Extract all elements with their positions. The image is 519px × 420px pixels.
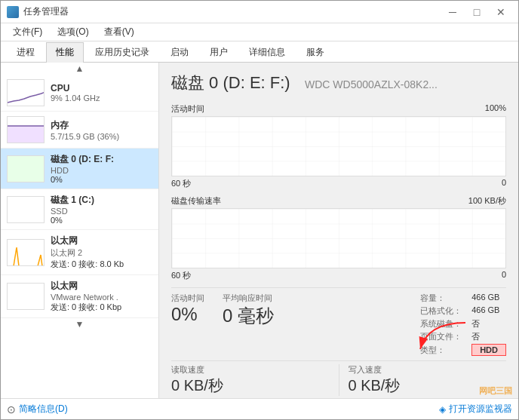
net2-percent: 发送: 0 接收: 0 Kbp: [51, 302, 152, 313]
sidebar-item-net1[interactable]: 以太网 以太网 2 发送: 0 接收: 8.0 Kb: [1, 230, 158, 275]
svg-rect-5: [172, 117, 505, 176]
chart2-container: [171, 208, 506, 268]
sidebar-item-memory[interactable]: 内存 5.7/15.9 GB (36%): [1, 112, 158, 149]
read-speed-value: 0 KB/秒: [171, 376, 330, 396]
capacity-label: 容量：: [420, 293, 465, 304]
response-time-stat: 平均响应时间 0 毫秒: [223, 293, 274, 356]
system-disk-value: 否: [471, 318, 480, 330]
net1-percent: 发送: 0 接收: 8.0 Kb: [51, 259, 152, 270]
formatted-value: 466 GB: [471, 305, 499, 317]
chart1-max: 100%: [485, 103, 506, 115]
cpu-graph: [7, 79, 45, 106]
disk0-sub: HDD: [51, 166, 152, 175]
disk1-info: 磁盘 1 (C:) SSD 0%: [51, 194, 152, 225]
sidebar-item-cpu[interactable]: CPU 9% 1.04 GHz: [1, 75, 158, 112]
read-speed-stat: 读取速度 0 KB/秒: [171, 364, 339, 396]
tab-startup[interactable]: 启动: [161, 42, 198, 62]
tab-services[interactable]: 服务: [296, 42, 334, 62]
sidebar-item-net2[interactable]: 以太网 VMware Network . 发送: 0 接收: 0 Kbp: [1, 275, 158, 318]
maximize-button[interactable]: □: [465, 4, 488, 20]
scroll-up-button[interactable]: ▲: [1, 63, 158, 75]
summary-info-button[interactable]: 简略信息(D): [19, 403, 68, 415]
tab-process[interactable]: 进程: [7, 42, 45, 62]
footer: ⊙ 简略信息(D) ◈ 打开资源监视器: [1, 398, 518, 419]
cpu-label: CPU: [51, 83, 152, 94]
response-time-label: 平均响应时间: [223, 293, 274, 304]
scroll-down-button[interactable]: ▼: [1, 318, 158, 330]
system-disk-label: 系统磁盘：: [420, 318, 465, 330]
disk0-info: 磁盘 0 (D: E: F: HDD 0%: [51, 153, 152, 184]
net2-label: 以太网: [51, 280, 152, 293]
chart1-time: 60 秒: [171, 178, 191, 189]
memory-label: 内存: [51, 119, 152, 132]
window-title: 任务管理器: [23, 5, 69, 18]
cpu-info: CPU 9% 1.04 GHz: [51, 83, 152, 103]
circle-icon: ⊙: [7, 403, 16, 415]
response-time-value: 0 毫秒: [223, 304, 274, 328]
footer-left: ⊙ 简略信息(D): [7, 403, 68, 415]
title-bar: 任务管理器 ─ □ ✕: [1, 1, 518, 23]
monitor-icon: ◈: [439, 404, 446, 415]
detail-header: 磁盘 0 (D: E: F:) WDC WD5000AZLX-08K2...: [171, 72, 506, 94]
detail-panel: 磁盘 0 (D: E: F:) WDC WD5000AZLX-08K2... 活…: [159, 63, 518, 398]
disk1-graph: [7, 196, 45, 223]
sidebar-item-disk1[interactable]: 磁盘 1 (C:) SSD 0%: [1, 189, 158, 230]
disk1-label: 磁盘 1 (C:): [51, 194, 152, 207]
app-icon: [7, 6, 19, 18]
type-label: 类型：: [420, 345, 465, 356]
chart-activity-section: 活动时间 100% 60 秒: [171, 103, 506, 189]
svg-rect-2: [8, 197, 45, 223]
chart1-label: 活动时间: [171, 103, 204, 115]
menu-file[interactable]: 文件(F): [7, 24, 48, 40]
chart2-max: 100 KB/秒: [468, 195, 506, 207]
disk0-label: 磁盘 0 (D: E: F:: [51, 153, 152, 166]
chart2-label: 磁盘传输速率: [171, 195, 221, 207]
net2-graph: [7, 283, 45, 310]
net1-label: 以太网: [51, 235, 152, 247]
bottom-stats: 活动时间 0% 平均响应时间 0 毫秒 容量： 466 GB 已格式: [171, 287, 506, 356]
stat-left: 活动时间 0% 平均响应时间 0 毫秒: [171, 293, 408, 356]
cpu-sub: 9% 1.04 GHz: [51, 94, 152, 103]
sidebar-item-disk0[interactable]: 磁盘 0 (D: E: F: HDD 0%: [1, 149, 158, 189]
type-value: HDD: [471, 344, 506, 356]
tab-app-history[interactable]: 应用历史记录: [85, 42, 159, 62]
chart-transfer-section: 磁盘传输速率 100 KB/秒 60 秒: [171, 195, 506, 281]
write-speed-value: 0 KB/秒: [349, 376, 507, 396]
svg-marker-0: [8, 126, 45, 143]
chart2-time: 60 秒: [171, 270, 191, 281]
chart1-min: 0: [502, 178, 506, 189]
svg-rect-7: [172, 209, 505, 268]
net2-sub: VMware Network .: [51, 293, 152, 302]
right-info: 容量： 466 GB 已格式化： 466 GB 系统磁盘： 否 页面文件： 否: [420, 293, 506, 356]
close-button[interactable]: ✕: [490, 4, 512, 20]
open-monitor-button[interactable]: 打开资源监视器: [449, 403, 512, 415]
memory-sub: 5.7/15.9 GB (36%): [51, 132, 152, 141]
main-content: ▲ CPU 9% 1.04 GHz: [1, 63, 518, 398]
write-speed-stat: 写入速度 0 KB/秒: [339, 364, 507, 396]
svg-rect-1: [8, 156, 45, 182]
tab-performance[interactable]: 性能: [46, 42, 84, 63]
menu-view[interactable]: 查看(V): [98, 24, 140, 40]
chart1-container: [171, 116, 506, 176]
active-time-value: 0%: [171, 304, 204, 325]
tab-details[interactable]: 详细信息: [239, 42, 295, 62]
detail-title: 磁盘 0 (D: E: F:): [171, 73, 290, 92]
net2-info: 以太网 VMware Network . 发送: 0 接收: 0 Kbp: [51, 280, 152, 313]
write-speed-label: 写入速度: [349, 364, 507, 376]
transfer-stats: 读取速度 0 KB/秒 写入速度 0 KB/秒: [171, 360, 506, 396]
mem-graph: [7, 116, 45, 143]
menu-options[interactable]: 选项(O): [51, 24, 94, 40]
detail-subtitle: WDC WD5000AZLX-08K2...: [305, 78, 438, 90]
window-controls: ─ □ ✕: [441, 4, 512, 20]
tab-users[interactable]: 用户: [200, 42, 238, 62]
net1-sub: 以太网 2: [51, 247, 152, 259]
disk0-graph: [7, 155, 45, 182]
chart2-min: 0: [502, 270, 506, 281]
minimize-button[interactable]: ─: [441, 4, 464, 20]
page-file-label: 页面文件：: [420, 331, 465, 342]
tab-bar: 进程 性能 应用历史记录 启动 用户 详细信息 服务: [1, 41, 518, 63]
capacity-value: 466 GB: [471, 293, 499, 304]
svg-rect-3: [8, 284, 45, 310]
page-file-value: 否: [471, 331, 480, 342]
sidebar: ▲ CPU 9% 1.04 GHz: [1, 63, 159, 398]
